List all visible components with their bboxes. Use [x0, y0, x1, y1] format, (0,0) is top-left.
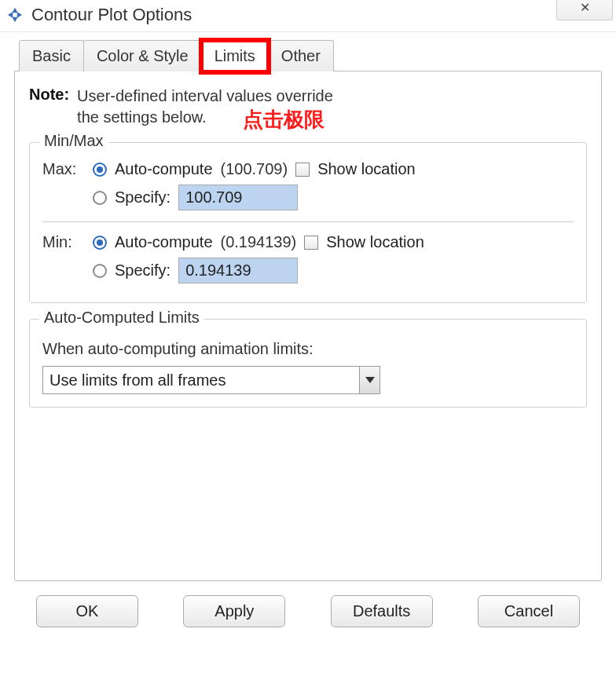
max-show-location-checkbox[interactable]	[295, 163, 310, 177]
button-row: OK Apply Defaults Cancel	[14, 595, 602, 627]
button-label: Apply	[214, 602, 254, 620]
select-value: Use limits from all frames	[43, 367, 359, 393]
tab-label: Color & Style	[97, 47, 189, 64]
min-label: Min:	[42, 233, 85, 251]
tab-label: Basic	[32, 47, 71, 64]
annotation-overlay: 点击极限	[243, 106, 324, 133]
button-label: OK	[76, 602, 99, 620]
svg-marker-0	[12, 8, 17, 13]
note-row: Note: User-defined interval values overr…	[29, 86, 587, 128]
svg-marker-2	[8, 12, 13, 17]
close-button[interactable]: ✕	[556, 0, 613, 20]
close-icon: ✕	[580, 0, 590, 15]
ok-button[interactable]: OK	[36, 595, 138, 627]
titlebar: Contour Plot Options ✕	[0, 0, 616, 32]
note-text-line: User-defined interval values override	[77, 87, 333, 104]
max-specify-row: Specify:	[42, 185, 574, 210]
max-specify-radio[interactable]	[93, 191, 107, 205]
note-label: Note:	[29, 86, 69, 128]
svg-marker-4	[365, 377, 375, 383]
tabstrip: Basic Color & Style Limits Other	[19, 40, 602, 71]
divider	[42, 221, 574, 222]
autocompute-label: Auto-compute	[115, 233, 213, 251]
specify-label: Specify:	[115, 188, 170, 207]
dialog-title: Contour Plot Options	[31, 5, 192, 25]
group-autocomputed-limits: Auto-Computed Limits When auto-computing…	[29, 319, 587, 408]
tab-label: Limits	[214, 47, 255, 64]
max-label: Max:	[42, 160, 85, 178]
svg-marker-1	[12, 17, 17, 22]
group-min-max: Min/Max Max: Auto-compute (100.709) Show…	[29, 142, 587, 303]
tab-limits[interactable]: Limits	[201, 40, 269, 71]
apply-button[interactable]: Apply	[183, 595, 285, 627]
group-legend: Auto-Computed Limits	[39, 309, 204, 327]
cancel-button[interactable]: Cancel	[478, 595, 580, 627]
max-autocompute-radio[interactable]	[93, 163, 107, 177]
button-label: Defaults	[353, 602, 410, 620]
show-location-label: Show location	[326, 233, 424, 251]
show-location-label: Show location	[317, 160, 416, 178]
max-autocompute-row: Max: Auto-compute (100.709) Show locatio…	[42, 160, 574, 178]
dialog-window: Contour Plot Options ✕ Basic Color & Sty…	[0, 0, 616, 691]
specify-label: Specify:	[115, 261, 170, 280]
min-specify-input[interactable]	[178, 258, 298, 283]
tab-label: Other	[281, 47, 321, 64]
animation-limits-select[interactable]: Use limits from all frames	[42, 366, 380, 394]
min-autocompute-radio[interactable]	[93, 236, 107, 250]
tab-basic[interactable]: Basic	[19, 40, 84, 71]
min-autocompute-row: Min: Auto-compute (0.194139) Show locati…	[42, 233, 574, 251]
dialog-content: Basic Color & Style Limits Other Note: U…	[0, 32, 616, 638]
min-show-location-checkbox[interactable]	[304, 236, 318, 250]
autocompute-label: Auto-compute	[115, 160, 213, 178]
min-specify-radio[interactable]	[93, 264, 107, 278]
tab-color-style[interactable]: Color & Style	[83, 40, 202, 71]
button-label: Cancel	[504, 602, 553, 620]
defaults-button[interactable]: Defaults	[331, 595, 433, 627]
min-auto-value: (0.194139)	[221, 233, 297, 251]
svg-marker-3	[17, 12, 22, 17]
tab-other[interactable]: Other	[268, 40, 334, 71]
app-icon	[6, 6, 24, 24]
chevron-down-icon	[359, 367, 380, 393]
min-specify-row: Specify:	[42, 258, 574, 283]
group-legend: Min/Max	[39, 132, 108, 150]
note-text-line: the settings below.	[77, 108, 207, 126]
autocompute-prompt: When auto-computing animation limits:	[42, 340, 574, 358]
max-specify-input[interactable]	[178, 185, 298, 210]
tab-panel-limits: Note: User-defined interval values overr…	[14, 71, 602, 581]
max-auto-value: (100.709)	[221, 160, 288, 178]
